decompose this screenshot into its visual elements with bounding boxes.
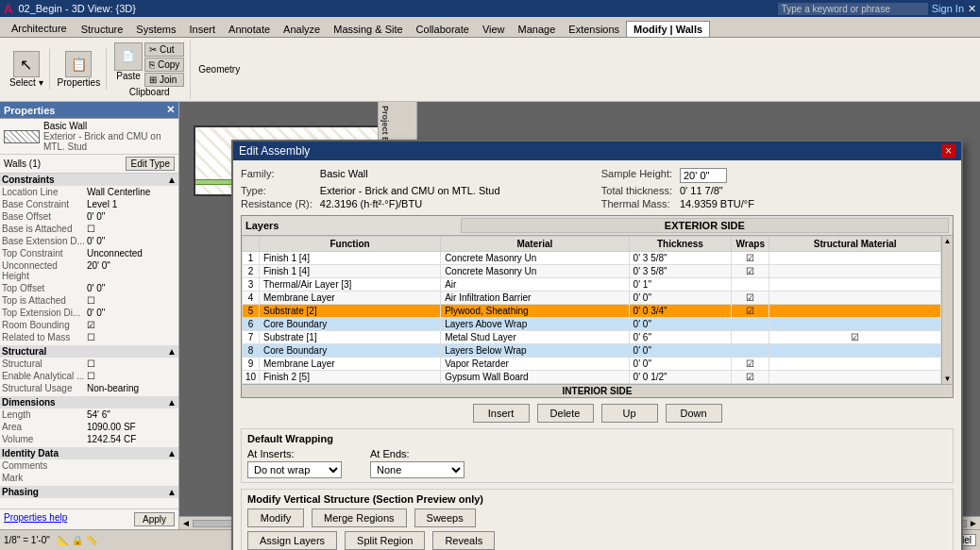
- at-ends-col: At Ends: None Exterior Interior: [370, 448, 465, 478]
- select-button[interactable]: ↖: [13, 51, 40, 77]
- properties-help-link[interactable]: Properties help: [4, 512, 67, 526]
- wall-family: Basic Wall: [43, 121, 175, 131]
- wall-type-name: Basic Wall Exterior - Brick and CMU on M…: [43, 121, 175, 152]
- prop-top-attached: Top is Attached☐: [2, 294, 177, 307]
- paste-button[interactable]: 📄 Paste: [114, 42, 143, 87]
- layers-table-wrapper: Function Material Thickness Wraps Struct…: [242, 236, 953, 384]
- tab-structure[interactable]: Structure: [75, 22, 130, 37]
- copy-button[interactable]: ⎘ Copy: [144, 58, 184, 72]
- prop-base-offset: Base Offset0' 0": [2, 210, 177, 223]
- cut-button[interactable]: ✂ Cut: [144, 42, 184, 57]
- down-button[interactable]: Down: [666, 404, 722, 423]
- table-row[interactable]: 10 Finish 2 [5] Gypsum Wall Board 0' 0 1…: [243, 371, 941, 384]
- dialog-close-button[interactable]: ×: [941, 144, 955, 158]
- table-row[interactable]: 8 Core Boundary Layers Below Wrap 0' 0": [243, 344, 941, 358]
- panel-bottom: Properties help Apply: [0, 508, 178, 529]
- tab-systems[interactable]: Systems: [129, 22, 182, 37]
- sweeps-button[interactable]: Sweeps: [414, 508, 476, 527]
- type-val: Exterior - Brick and CMU on MTL. Stud: [320, 185, 594, 196]
- modify-button[interactable]: Modify: [247, 508, 304, 527]
- geometry-label: Geometry: [198, 64, 240, 75]
- ribbon-tabs: Architecture Structure Systems Insert An…: [0, 17, 980, 38]
- prop-unconnected-height: Unconnected Height20' 0": [2, 259, 177, 282]
- tab-insert[interactable]: Insert: [183, 22, 223, 37]
- assign-layers-button[interactable]: Assign Layers: [247, 531, 337, 550]
- merge-regions-button[interactable]: Merge Regions: [312, 508, 407, 527]
- constraints-label: Constraints: [2, 175, 55, 185]
- prop-base-attached: Base is Attached☐: [2, 223, 177, 235]
- tab-manage[interactable]: Manage: [512, 22, 563, 37]
- tab-analyze[interactable]: Analyze: [277, 22, 327, 37]
- table-row[interactable]: 6 Core Boundary Layers Above Wrap 0' 0": [243, 318, 941, 331]
- table-row[interactable]: 7 Substrate [1] Metal Stud Layer 0' 6" ☑: [243, 331, 941, 344]
- table-row[interactable]: 1 Finish 1 [4] Concrete Masonry Un 0' 3 …: [243, 252, 941, 265]
- insert-button[interactable]: Insert: [473, 404, 530, 423]
- modify-vertical-buttons2: Assign Layers Split Region Reveals: [247, 531, 947, 550]
- join-button[interactable]: ⊞ Join: [144, 73, 184, 87]
- constraints-section-header: Constraints ▲: [0, 174, 178, 186]
- edit-type-button[interactable]: Edit Type: [126, 157, 175, 171]
- keyword-input[interactable]: Type a keyword or phrase: [778, 3, 928, 15]
- sign-in-link[interactable]: Sign In: [932, 3, 964, 14]
- dialog-body: Family: Basic Wall Sample Height: Type: …: [233, 160, 961, 550]
- modify-vertical-label: Modify Vertical Structure (Section Previ…: [247, 493, 947, 505]
- table-row[interactable]: 4 Membrane Layer Air Infiltration Barrie…: [243, 292, 941, 305]
- identity-collapse[interactable]: ▲: [167, 448, 177, 458]
- modify-vertical-buttons: Modify Merge Regions Sweeps: [247, 508, 947, 527]
- table-row[interactable]: 5 Substrate [2] Plywood, Sheathing 0' 0 …: [243, 305, 941, 318]
- tab-massing[interactable]: Massing & Site: [327, 22, 409, 37]
- prop-area: Area1090.00 SF: [2, 421, 177, 433]
- phasing-collapse[interactable]: ▲: [167, 487, 177, 497]
- close-icon[interactable]: ✕: [968, 3, 976, 15]
- table-row[interactable]: 9 Membrane Layer Vapor Retarder 0' 0" ☑: [243, 358, 941, 371]
- tab-view[interactable]: View: [476, 22, 512, 37]
- at-inserts-select[interactable]: Do not wrap Exterior Interior Both: [247, 461, 342, 478]
- walls-count-row: Walls (1) Edit Type: [0, 155, 178, 174]
- tab-extensions[interactable]: Extensions: [562, 22, 626, 37]
- tab-architecture[interactable]: Architecture: [4, 20, 75, 37]
- interior-side-label: INTERIOR SIDE: [242, 384, 953, 397]
- prop-structural-usage: Structural UsageNon-bearing: [2, 382, 177, 394]
- prop-base-ext: Base Extension D...0' 0": [2, 235, 177, 247]
- reveals-button[interactable]: Reveals: [432, 531, 495, 550]
- prop-volume: Volume1242.54 CF: [2, 433, 177, 445]
- constraints-collapse[interactable]: ▲: [167, 175, 177, 185]
- properties-panel-close[interactable]: ✕: [166, 104, 175, 116]
- tab-collaborate[interactable]: Collaborate: [410, 22, 476, 37]
- resistance-label: Resistance (R):: [241, 198, 313, 209]
- exterior-side-label: EXTERIOR SIDE: [461, 218, 949, 233]
- apply-button[interactable]: Apply: [134, 512, 175, 526]
- delete-button[interactable]: Delete: [537, 404, 594, 423]
- properties-panel: Properties ✕ Basic Wall Exterior - Brick…: [0, 102, 179, 529]
- clipboard-label: Clipboard: [129, 87, 170, 97]
- tab-annotate[interactable]: Annotate: [222, 22, 277, 37]
- layers-title: Layers: [245, 220, 461, 231]
- family-info: Family: Basic Wall Sample Height: Type: …: [241, 168, 954, 209]
- dimensions-collapse[interactable]: ▲: [167, 397, 177, 408]
- table-row[interactable]: 2 Finish 1 [4] Concrete Masonry Un 0' 3 …: [243, 265, 941, 278]
- up-button[interactable]: Up: [601, 404, 658, 423]
- properties-section: 📋 Properties: [52, 49, 108, 90]
- prop-location-line: Location LineWall Centerline: [2, 186, 177, 198]
- structural-collapse[interactable]: ▲: [167, 346, 177, 357]
- resistance-val: 42.3196 (h·ft²·°F)/BTU: [320, 198, 594, 209]
- family-val: Basic Wall: [320, 168, 594, 183]
- clipboard-buttons: 📄 Paste ✂ Cut ⎘ Copy ⊞ Join: [114, 42, 184, 87]
- properties-button[interactable]: 📋: [65, 51, 92, 77]
- split-region-button[interactable]: Split Region: [345, 531, 425, 550]
- tab-modify-walls[interactable]: Modify | Walls: [626, 21, 710, 37]
- at-ends-select[interactable]: None Exterior Interior: [370, 461, 465, 478]
- phasing-section-header: Phasing ▲: [0, 486, 178, 498]
- prop-top-constraint: Top ConstraintUnconnected: [2, 247, 177, 259]
- layers-scrollbar[interactable]: ▲ ▼: [941, 236, 953, 384]
- top-bar-right: Type a keyword or phrase Sign In ✕: [778, 3, 976, 15]
- dimensions-label: Dimensions: [2, 397, 56, 408]
- constraints-props: Location LineWall Centerline Base Constr…: [0, 186, 178, 343]
- table-row[interactable]: 3 Thermal/Air Layer [3] Air 0' 1": [243, 278, 941, 292]
- thickness-val: 0' 11 7/8": [680, 185, 954, 196]
- sample-height-input[interactable]: [680, 168, 727, 183]
- layers-section: Layers EXTERIOR SIDE Function Material T…: [241, 215, 954, 398]
- structural-section-header: Structural ▲: [0, 345, 178, 358]
- default-wrapping-section: Default Wrapping At Inserts: Do not wrap…: [241, 428, 954, 483]
- thermal-label: Thermal Mass:: [601, 198, 672, 209]
